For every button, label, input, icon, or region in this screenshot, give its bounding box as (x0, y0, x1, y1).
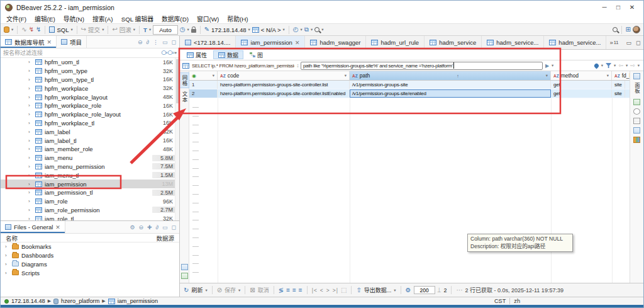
filter-settings-icon[interactable]: ⧃ (168, 50, 175, 56)
expander-icon[interactable] (28, 198, 33, 204)
row-number-cell[interactable]: 2 (189, 89, 218, 98)
expander-icon[interactable] (28, 173, 33, 178)
tab-hadm-url-rule[interactable]: hadm_url_rule (366, 36, 425, 49)
color-settings-icon[interactable] (593, 62, 599, 69)
expander-icon[interactable] (5, 261, 9, 267)
auto-commit-combo[interactable]: Auto (153, 25, 178, 35)
perspective-icon[interactable]: ⊞ (626, 26, 631, 33)
script-panel-icon[interactable] (181, 264, 188, 270)
expander-icon[interactable] (28, 181, 33, 187)
connect-icon[interactable]: ∿ (21, 26, 26, 33)
cell-code[interactable]: hzero-platform.permission-groups-site-co… (218, 81, 350, 89)
caret-down-icon[interactable] (205, 288, 207, 293)
close-icon[interactable]: ✕ (55, 224, 60, 231)
cell-path[interactable]: /v1/permission-groups-site (350, 81, 551, 89)
minimize-editor-icon[interactable]: ▭ (626, 40, 632, 46)
tab-data[interactable]: 数据 (213, 50, 243, 59)
caret-down-icon[interactable] (283, 27, 285, 32)
filters-icon[interactable] (606, 63, 611, 68)
toggle-filter-icon[interactable]: ≡ (299, 287, 303, 294)
language-indicator[interactable]: zh (514, 298, 520, 304)
cancel-button[interactable]: 取消 (258, 286, 269, 294)
caret-down-icon[interactable] (607, 73, 609, 78)
tab-projects[interactable]: 项目 (57, 36, 87, 48)
link-icon[interactable]: ∂ (156, 224, 158, 231)
metadata-panel-icon[interactable] (633, 127, 640, 134)
tab-iam-permission[interactable]: iam_permission✕ (236, 36, 305, 49)
expander-icon[interactable] (28, 207, 33, 213)
expander-icon[interactable] (5, 270, 9, 276)
aggregate-icon[interactable] (633, 118, 640, 124)
lock-icon[interactable] (191, 29, 196, 33)
tab-sql-console[interactable]: <172.18.14.... (180, 36, 236, 49)
column-header-code[interactable]: AZcode (218, 71, 350, 80)
expander-icon[interactable] (28, 138, 33, 144)
tree-item[interactable]: hpfm_workplace_role16K (1, 101, 175, 110)
breadcrumb-schema[interactable]: hzero_platform (61, 298, 99, 304)
refresh-button[interactable]: 刷新 (191, 286, 203, 294)
caret-down-icon[interactable] (638, 63, 640, 68)
maximize-view-icon[interactable]: ◻ (172, 39, 176, 45)
caret-down-icon[interactable] (345, 73, 347, 78)
panel-tab[interactable]: 面板 (633, 83, 641, 93)
drag-handle-icon[interactable]: ⁞⁞ (297, 64, 298, 68)
scrollbar-thumb[interactable] (176, 59, 179, 103)
cell-method[interactable]: get (551, 81, 612, 89)
expander-icon[interactable] (5, 253, 9, 258)
expander-icon[interactable] (28, 68, 33, 74)
tab-properties[interactable]: 属性 (182, 50, 212, 59)
references-panel-icon[interactable] (633, 137, 640, 143)
filter-input[interactable]: path like '%permission-groups-site%' and… (301, 62, 543, 70)
tree-item-iam-permission-selected[interactable]: iam_permission13M (1, 180, 175, 188)
first-row-icon[interactable]: |< (312, 287, 318, 294)
maximize-view-icon[interactable]: ◻ (172, 224, 176, 231)
grid-row-1[interactable]: 1 hzero-platform.permission-groups-site-… (189, 81, 630, 89)
row-number-cell[interactable]: 1 (189, 81, 218, 89)
tab-diagram[interactable]: 图 (245, 50, 268, 59)
tab-hadm-service-3[interactable]: hadm_service... (544, 36, 606, 49)
prev-row-icon[interactable]: < (320, 287, 324, 294)
close-icon[interactable]: ✕ (295, 40, 300, 46)
tree-item[interactable]: iam_member_role48K (1, 145, 175, 154)
menu-database[interactable]: 数据库(D) (162, 14, 189, 23)
panel-grid-icon[interactable] (633, 73, 640, 79)
caret-down-icon[interactable] (213, 73, 214, 78)
tree-item[interactable]: iam_menu_tl1.5M (1, 171, 175, 180)
network-icon[interactable]: ⧉ (304, 26, 309, 33)
caret-down-icon[interactable] (546, 73, 548, 78)
caret-down-icon[interactable] (149, 27, 151, 32)
timezone-indicator[interactable]: CST (494, 298, 506, 304)
caret-down-icon[interactable] (133, 27, 135, 32)
caret-down-icon[interactable] (238, 288, 240, 293)
tree-item[interactable]: iam_role_permission2.7M (1, 206, 175, 215)
new-connection-icon[interactable] (4, 26, 9, 33)
tree-item[interactable]: iam_permission_tl2.5M (1, 188, 175, 197)
next-row-icon[interactable]: > (326, 287, 330, 294)
caret-down-icon[interactable] (394, 288, 396, 293)
tree-item[interactable]: iam_menu_permission7.5M (1, 163, 175, 171)
grid-row-2-selected[interactable]: 2 hzero-platform.permission-groups-site-… (189, 89, 630, 98)
expander-icon[interactable] (28, 155, 33, 161)
save-button[interactable]: 保存 (225, 286, 236, 294)
close-icon[interactable]: ✕ (47, 39, 52, 45)
column-header-method[interactable]: AZmethod (551, 71, 612, 80)
row-selector-header[interactable] (189, 71, 218, 80)
expander-icon[interactable] (28, 94, 33, 100)
commit-button[interactable]: 提交 (88, 25, 100, 34)
more-icon[interactable]: ··· (456, 287, 462, 294)
files-item-dashboards[interactable]: Dashboards (1, 251, 179, 260)
link-editor-icon[interactable]: ∂ (147, 39, 149, 45)
tab-files-general[interactable]: Files - General ✕ (1, 221, 65, 233)
breadcrumb-server[interactable]: 172.18.14.48 (11, 298, 45, 304)
filter-panel-icon[interactable]: ≶ (279, 287, 284, 294)
sql-editor-button[interactable]: SQL (57, 26, 69, 33)
expander-icon[interactable] (28, 59, 33, 65)
expander-icon[interactable] (28, 129, 33, 135)
breadcrumb-table[interactable]: iam_permission (118, 298, 158, 304)
menu-search[interactable]: 搜索(A) (92, 14, 113, 23)
tab-hadm-service[interactable]: hadm_service (425, 36, 482, 49)
expander-icon[interactable] (28, 120, 33, 126)
forward-icon[interactable]: ⇨ (630, 62, 635, 69)
expander-icon[interactable] (28, 86, 33, 91)
menu-navigate[interactable]: 导航(N) (64, 14, 84, 23)
